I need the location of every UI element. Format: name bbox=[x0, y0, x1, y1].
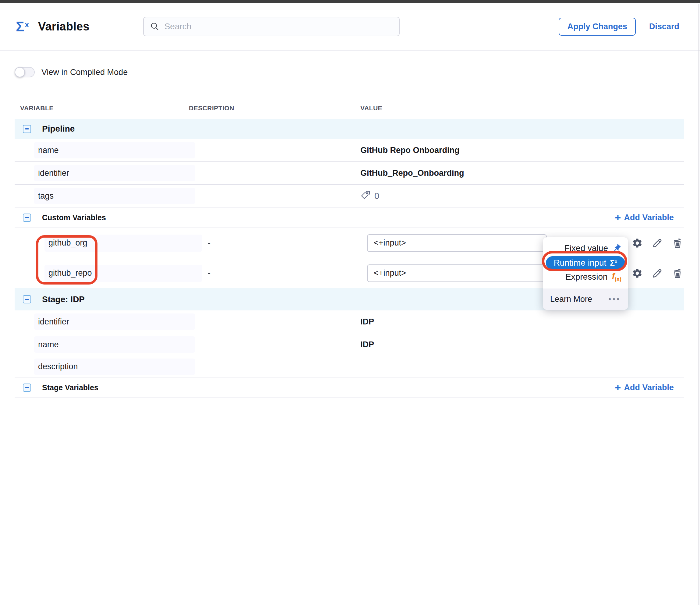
field-value-tags: 0 bbox=[360, 191, 684, 201]
header: Σx Variables Apply Changes Discard bbox=[0, 3, 700, 51]
field-value-name: GitHub Repo Onboarding bbox=[360, 146, 684, 155]
edit-pencil-icon[interactable] bbox=[652, 237, 663, 249]
sigma-x-icon: Σx bbox=[610, 259, 617, 267]
table-column-headers: VARIABLE DESCRIPTION VALUE bbox=[15, 98, 684, 119]
edit-pencil-icon[interactable] bbox=[652, 268, 663, 279]
compiled-mode-toggle[interactable] bbox=[15, 67, 35, 77]
compiled-mode-row: View in Compiled Mode bbox=[15, 67, 128, 77]
learn-more-link[interactable]: Learn More bbox=[550, 295, 592, 304]
search-box[interactable] bbox=[143, 17, 400, 36]
variables-panel: Σx Variables Apply Changes Discard View … bbox=[0, 0, 700, 605]
compiled-mode-label: View in Compiled Mode bbox=[42, 68, 128, 77]
window-top-edge bbox=[0, 0, 700, 3]
page-title: Variables bbox=[38, 20, 90, 33]
row-actions-github-org bbox=[632, 237, 683, 249]
collapse-icon-stage[interactable] bbox=[23, 295, 31, 303]
settings-gear-icon[interactable] bbox=[632, 237, 643, 249]
field-label-stage-name: name bbox=[34, 336, 195, 353]
field-label-stage-description: description bbox=[34, 358, 195, 375]
table-row-stage-name: name IDP bbox=[15, 333, 684, 356]
tag-icon bbox=[360, 191, 371, 201]
value-type-menu-items: Fixed value Runtime input Σx Expression … bbox=[543, 237, 628, 287]
field-value-stage-identifier: IDP bbox=[360, 317, 684, 327]
field-label-stage-identifier: identifier bbox=[34, 313, 195, 330]
header-actions: Apply Changes Discard bbox=[559, 18, 684, 36]
section-title-stage: Stage: IDP bbox=[42, 295, 85, 304]
row-actions-github-repo bbox=[632, 268, 683, 279]
value-cell-github-org: <+input> bbox=[360, 228, 684, 258]
subsection-title-stage-variables: Stage Variables bbox=[42, 383, 98, 392]
apply-changes-button[interactable]: Apply Changes bbox=[559, 18, 636, 36]
add-variable-button-stage[interactable]: + Add Variable bbox=[615, 382, 674, 393]
sigma-x-icon: Σx bbox=[16, 20, 29, 33]
field-value-stage-name: IDP bbox=[360, 340, 684, 349]
column-header-value: VALUE bbox=[360, 104, 684, 112]
variable-name-github-org: github_org bbox=[45, 234, 202, 252]
variable-name-github-repo: github_repo bbox=[45, 265, 202, 282]
subsection-custom-variables: Custom Variables + Add Variable bbox=[15, 207, 684, 228]
field-label-name: name bbox=[34, 142, 195, 158]
settings-gear-icon[interactable] bbox=[632, 268, 643, 279]
column-header-variable: VARIABLE bbox=[15, 104, 189, 112]
scrollbar[interactable] bbox=[698, 4, 699, 605]
tags-count: 0 bbox=[374, 191, 379, 201]
field-label-tags: tags bbox=[34, 188, 195, 204]
subsection-stage-variables: Stage Variables + Add Variable bbox=[15, 377, 684, 398]
section-pipeline: Pipeline bbox=[15, 119, 684, 139]
collapse-icon-stage-variables[interactable] bbox=[23, 383, 31, 392]
menu-item-expression[interactable]: Expression f(x) bbox=[543, 270, 628, 284]
section-title-pipeline: Pipeline bbox=[42, 124, 75, 134]
table-row-stage-identifier: identifier IDP bbox=[15, 310, 684, 333]
table-row-pipeline-identifier: identifier GitHub_Repo_Onboarding bbox=[15, 162, 684, 184]
menu-item-runtime-input[interactable]: Runtime input Σx bbox=[546, 256, 625, 270]
variable-description-github-org: - bbox=[189, 238, 360, 248]
column-header-description: DESCRIPTION bbox=[189, 104, 360, 112]
table-row-pipeline-tags: tags 0 bbox=[15, 184, 684, 207]
collapse-icon-pipeline[interactable] bbox=[23, 125, 31, 133]
value-cell-github-repo: <+input> bbox=[360, 258, 684, 288]
table-row-stage-description: description bbox=[15, 356, 684, 377]
value-type-menu: Fixed value Runtime input Σx Expression … bbox=[543, 237, 628, 310]
variable-description-github-repo: - bbox=[189, 268, 360, 278]
add-variable-button-custom[interactable]: + Add Variable bbox=[615, 212, 674, 223]
field-label-identifier: identifier bbox=[34, 165, 195, 181]
collapse-icon-custom-variables[interactable] bbox=[23, 213, 31, 222]
search-icon bbox=[150, 22, 159, 31]
fx-icon: f(x) bbox=[612, 272, 621, 282]
discard-button[interactable]: Discard bbox=[649, 22, 679, 31]
menu-item-fixed-value[interactable]: Fixed value bbox=[543, 241, 628, 256]
toggle-knob bbox=[15, 67, 25, 77]
value-type-menu-footer: Learn More ••• bbox=[543, 288, 628, 310]
plus-icon: + bbox=[615, 382, 621, 393]
table-row-pipeline-name: name GitHub Repo Onboarding bbox=[15, 139, 684, 162]
runtime-input-field-github-org[interactable]: <+input> bbox=[367, 234, 547, 252]
pin-icon bbox=[612, 244, 621, 253]
ellipsis-icon[interactable]: ••• bbox=[609, 295, 621, 303]
subsection-title-custom-variables: Custom Variables bbox=[42, 213, 106, 222]
delete-trash-icon[interactable] bbox=[672, 268, 683, 279]
plus-icon: + bbox=[615, 212, 621, 223]
runtime-input-field-github-repo[interactable]: <+input> bbox=[367, 264, 547, 282]
search-input[interactable] bbox=[165, 22, 378, 31]
delete-trash-icon[interactable] bbox=[672, 237, 683, 249]
field-value-identifier: GitHub_Repo_Onboarding bbox=[360, 169, 684, 178]
